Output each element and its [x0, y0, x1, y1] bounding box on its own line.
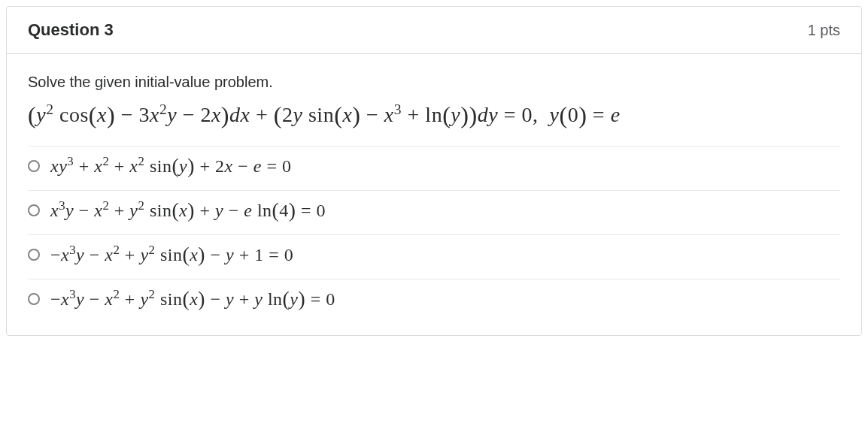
question-equation: (y2 cos(x) − 3x2y − 2x)dx + (2y sin(x) −…	[28, 101, 840, 129]
option-equation: x3y − x2 + y2 sin(x) + y − e ln(4) = 0	[50, 198, 326, 222]
option-equation: xy3 + x2 + x2 sin(y) + 2x − e = 0	[50, 154, 291, 178]
question-body: Solve the given initial-value problem. (…	[7, 54, 861, 335]
question-card: Question 3 1 pts Solve the given initial…	[6, 6, 862, 336]
radio-icon[interactable]	[28, 204, 40, 216]
answer-option[interactable]: xy3 + x2 + x2 sin(y) + 2x − e = 0	[28, 146, 840, 186]
option-equation: −x3y − x2 + y2 sin(x) − y + 1 = 0	[50, 243, 293, 267]
radio-icon[interactable]	[28, 249, 40, 261]
radio-icon[interactable]	[28, 293, 40, 305]
question-header: Question 3 1 pts	[7, 7, 861, 54]
question-title: Question 3	[28, 20, 114, 40]
answer-option[interactable]: −x3y − x2 + y2 sin(x) − y + y ln(y) = 0	[28, 279, 840, 319]
question-points: 1 pts	[808, 22, 840, 39]
answer-options: xy3 + x2 + x2 sin(y) + 2x − e = 0 x3y − …	[28, 146, 840, 319]
question-prompt: Solve the given initial-value problem.	[28, 74, 840, 91]
radio-icon[interactable]	[28, 160, 40, 172]
option-equation: −x3y − x2 + y2 sin(x) − y + y ln(y) = 0	[50, 287, 335, 311]
answer-option[interactable]: −x3y − x2 + y2 sin(x) − y + 1 = 0	[28, 234, 840, 274]
answer-option[interactable]: x3y − x2 + y2 sin(x) + y − e ln(4) = 0	[28, 190, 840, 230]
